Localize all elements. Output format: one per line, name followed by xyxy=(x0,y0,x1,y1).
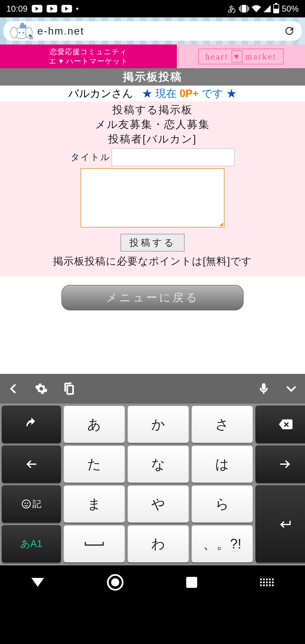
svg-point-7 xyxy=(22,500,30,508)
cell-signal-icon xyxy=(264,5,271,12)
nav-back-button[interactable] xyxy=(31,578,44,587)
key-wa[interactable]: わ xyxy=(128,525,189,562)
wifi-icon xyxy=(252,4,261,13)
key-ma[interactable]: ま xyxy=(64,485,125,522)
banner-logo: heart ♥ market xyxy=(177,44,305,68)
banner-line1: 恋愛応援コミュニティ xyxy=(50,47,127,56)
title-row: タイトル xyxy=(0,148,305,166)
key-a[interactable]: あ xyxy=(64,406,125,443)
battery-icon xyxy=(273,4,279,13)
key-space[interactable] xyxy=(64,525,125,562)
url-text: e-hm.net xyxy=(37,25,284,37)
title-input[interactable] xyxy=(112,148,234,166)
page-title: 掲示板投稿 xyxy=(0,68,305,86)
keyboard-clipboard-icon[interactable] xyxy=(62,381,76,396)
svg-point-9 xyxy=(27,502,28,504)
body-textarea[interactable] xyxy=(80,168,224,228)
points-value: 0P+ xyxy=(180,88,199,99)
key-ra[interactable]: ら xyxy=(192,485,253,522)
space-icon xyxy=(85,542,104,546)
logo-text-left: heart xyxy=(205,52,228,62)
key-cursor-left[interactable] xyxy=(2,446,61,483)
keyboard-back-icon[interactable] xyxy=(6,381,21,396)
board-heading: 投稿する掲示板 xyxy=(0,103,305,117)
nav-recents-button[interactable] xyxy=(186,577,197,588)
menu-return-wrap: メニューに戻る xyxy=(0,276,305,374)
site-favicon xyxy=(10,22,37,40)
logo-text-right: market xyxy=(246,52,276,62)
soft-keyboard: あ か さ た な は 記 ま や ら あA1 わ 、。?! xyxy=(0,404,305,566)
title-label: タイトル xyxy=(70,151,110,163)
notification-youtube-icon xyxy=(46,5,57,12)
key-ya[interactable]: や xyxy=(128,485,189,522)
key-ka[interactable]: か xyxy=(128,406,189,443)
logo-heart-icon: ♥ xyxy=(232,50,242,62)
url-bar[interactable]: e-hm.net xyxy=(4,21,302,41)
key-undo[interactable] xyxy=(2,406,61,443)
nav-home-button[interactable] xyxy=(107,574,124,590)
post-form: 投稿する掲示板 メル友募集・恋人募集 投稿者[バルカン] タイトル 投稿する 掲… xyxy=(0,102,305,276)
star-icon: ★ xyxy=(142,88,152,99)
user-name: バルカンさん xyxy=(68,88,133,99)
key-emoji[interactable]: 記 xyxy=(2,485,61,522)
status-left: 10:09 xyxy=(6,4,78,14)
board-name: メル友募集・恋人募集 xyxy=(0,117,305,132)
clock: 10:09 xyxy=(6,4,28,14)
key-ta[interactable]: た xyxy=(64,446,125,483)
keyboard-collapse-icon[interactable] xyxy=(284,381,299,396)
banner-line2: エ ♥ ハートマーケット xyxy=(49,56,128,66)
points-post: です xyxy=(202,88,223,99)
vibrate-icon xyxy=(239,5,249,12)
key-punct[interactable]: 、。?! xyxy=(192,525,253,562)
svg-point-1 xyxy=(10,27,17,38)
refresh-icon[interactable] xyxy=(284,25,295,37)
notification-youtube-icon xyxy=(32,5,42,12)
key-ha[interactable]: は xyxy=(192,446,253,483)
key-emoji-label: 記 xyxy=(32,498,41,510)
svg-point-4 xyxy=(22,32,24,34)
menu-return-button[interactable]: メニューに戻る xyxy=(62,285,244,310)
svg-point-3 xyxy=(19,32,20,34)
browser-chrome: e-hm.net xyxy=(0,17,305,44)
battery-percent: 50% xyxy=(282,4,299,14)
keyboard-mic-icon[interactable] xyxy=(256,381,271,396)
submit-button[interactable]: 投稿する xyxy=(120,234,184,252)
key-sa[interactable]: さ xyxy=(192,406,253,443)
key-cursor-right[interactable] xyxy=(256,446,305,483)
site-banner: 恋愛応援コミュニティ エ ♥ ハートマーケット heart ♥ market xyxy=(0,44,305,68)
notification-youtube-icon xyxy=(62,5,72,12)
key-mode-label: あA1 xyxy=(20,537,42,550)
heart-market-logo: heart ♥ market xyxy=(198,48,284,64)
nav-hide-keyboard-button[interactable] xyxy=(260,578,274,586)
status-right: あ 50% xyxy=(228,3,299,14)
key-backspace[interactable] xyxy=(256,406,305,443)
star-icon: ★ xyxy=(226,88,237,99)
keyboard-settings-icon[interactable] xyxy=(34,381,49,396)
points-pre: 現在 xyxy=(156,88,177,99)
key-mode-switch[interactable]: あA1 xyxy=(2,525,61,562)
cost-notice: 掲示板投稿に必要なポイントは[無料]です xyxy=(0,254,305,268)
key-enter[interactable] xyxy=(256,485,305,562)
svg-rect-5 xyxy=(20,24,26,28)
ime-indicator: あ xyxy=(228,3,236,14)
banner-tagline: 恋愛応援コミュニティ エ ♥ ハートマーケット xyxy=(0,44,177,68)
notification-more-icon xyxy=(76,8,78,10)
svg-rect-6 xyxy=(21,23,24,25)
key-na[interactable]: な xyxy=(128,446,189,483)
user-status-line: バルカンさん ★ 現在 0P+ です ★ xyxy=(0,86,305,102)
poster-label: 投稿者[バルカン] xyxy=(0,132,305,146)
keyboard-toolbar xyxy=(0,374,305,404)
svg-point-8 xyxy=(24,502,26,504)
android-nav-bar xyxy=(0,566,305,599)
android-status-bar: 10:09 あ 50% xyxy=(0,0,305,17)
